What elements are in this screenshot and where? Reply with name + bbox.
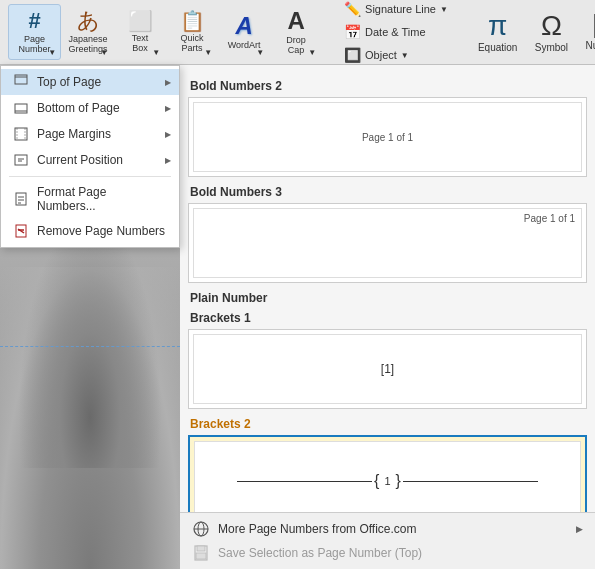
signature-line-arrow: ▼ [440,5,448,14]
page-number-icon: # [28,10,40,32]
brackets-1-text: [1] [381,362,394,376]
format-page-numbers-icon [13,191,29,207]
date-time-button[interactable]: 📅 Date & Time [337,21,455,43]
signature-small-group: ✏️ Signature Line ▼ 📅 Date & Time 🔲 Obje… [337,0,455,66]
current-position-icon [13,152,29,168]
bold-numbers-3-text: Page 1 of 1 [518,209,581,228]
object-icon: 🔲 [344,47,361,63]
quick-parts-icon: 📋 [180,11,205,31]
object-arrow: ▼ [401,51,409,60]
ribbon-toolbar: # Page Number ▼ あ JapaneseGreetings ▼ ⬜ … [0,0,595,65]
drop-cap-button[interactable]: A DropCap ▼ [271,4,321,60]
gallery-panel[interactable]: Bold Numbers 2 Page 1 of 1 Bold Numbers … [180,65,595,569]
more-page-numbers-item[interactable]: More Page Numbers from Office.com ▶ [188,517,587,541]
bottom-of-page-label: Bottom of Page [37,101,120,115]
signature-line-button[interactable]: ✏️ Signature Line ▼ [337,0,455,20]
brackets-2-open: { [374,472,379,490]
japanese-greetings-button[interactable]: あ JapaneseGreetings ▼ [63,4,113,60]
bold-numbers-2-preview: Page 1 of 1 [193,102,582,172]
top-of-page-label: Top of Page [37,75,101,89]
symbols-group: π Equation Ω Symbol # Number [471,4,595,60]
bold-numbers-2-item[interactable]: Page 1 of 1 [188,97,587,177]
japanese-greetings-dropdown-arrow: ▼ [100,48,108,57]
text-box-button[interactable]: ⬜ TextBox ▼ [115,4,165,60]
svg-rect-0 [15,75,27,84]
wordart-dropdown-arrow: ▼ [256,48,264,57]
remove-page-numbers-label: Remove Page Numbers [37,224,165,238]
bottom-bar: More Page Numbers from Office.com ▶ Save… [180,512,595,569]
bold-numbers-2-title: Bold Numbers 2 [188,79,587,93]
quick-parts-label: QuickParts [181,33,204,53]
brackets-2-title: Brackets 2 [188,417,587,431]
current-position-label: Current Position [37,153,123,167]
plain-number-title: Plain Number [188,291,587,305]
bold-numbers-3-title: Bold Numbers 3 [188,185,587,199]
text-box-label: TextBox [132,33,149,53]
number-button[interactable]: # Number [578,4,595,60]
page-margins-label: Page Margins [37,127,111,141]
text-box-dropdown-arrow: ▼ [152,48,160,57]
svg-rect-7 [15,155,27,165]
signature-group: ✏️ Signature Line ▼ 📅 Date & Time 🔲 Obje… [337,0,455,66]
top-of-page-icon [13,74,29,90]
menu-item-remove-page-numbers[interactable]: Remove Page Numbers [1,218,179,244]
brackets-2-right-line [403,481,538,482]
insert-text-group: # Page Number ▼ あ JapaneseGreetings ▼ ⬜ … [8,4,321,60]
quick-parts-button[interactable]: 📋 QuickParts ▼ [167,4,217,60]
brackets-2-preview: { 1 } [194,441,581,521]
quick-parts-dropdown-arrow: ▼ [204,48,212,57]
brackets-1-title: Brackets 1 [188,311,587,325]
symbol-label: Symbol [535,42,568,53]
signature-line-icon: ✏️ [344,1,361,17]
object-label: Object [365,49,397,61]
page-margins-icon [13,126,29,142]
wordart-button[interactable]: A WordArt ▼ [219,4,269,60]
number-label: Number [586,40,595,51]
menu-item-bottom-of-page[interactable]: Bottom of Page [1,95,179,121]
date-time-label: Date & Time [365,26,426,38]
drop-cap-label: DropCap [286,35,306,55]
save-selection-icon [192,544,210,562]
bold-numbers-3-item[interactable]: Page 1 of 1 [188,203,587,283]
brackets-2-close: } [396,472,401,490]
brackets-2-content: { 1 } [195,472,580,490]
brackets-1-item[interactable]: [1] [188,329,587,409]
svg-rect-2 [15,104,27,113]
bold-numbers-2-text: Page 1 of 1 [362,132,413,143]
text-box-icon: ⬜ [128,11,153,31]
drop-cap-icon: A [287,9,304,33]
brackets-1-preview: [1] [193,334,582,404]
menu-item-page-margins[interactable]: Page Margins [1,121,179,147]
object-button[interactable]: 🔲 Object ▼ [337,44,455,66]
menu-item-current-position[interactable]: Current Position [1,147,179,173]
format-page-numbers-label: Format Page Numbers... [37,185,167,213]
equation-button[interactable]: π Equation [471,4,524,60]
save-selection-label: Save Selection as Page Number (Top) [218,546,422,560]
menu-item-format-page-numbers[interactable]: Format Page Numbers... [1,180,179,218]
page-number-dropdown: Top of Page Bottom of Page Page Margins … [0,65,180,248]
menu-item-top-of-page[interactable]: Top of Page [1,69,179,95]
brackets-2-number: 1 [384,475,390,487]
page-number-button[interactable]: # Page Number ▼ [8,4,61,60]
date-time-icon: 📅 [344,24,361,40]
signature-line-label: Signature Line [365,3,436,15]
more-page-numbers-icon [192,520,210,538]
main-content: Top of Page Bottom of Page Page Margins … [0,65,595,569]
equation-label: Equation [478,42,517,53]
menu-separator-1 [9,176,171,177]
bold-numbers-3-preview: Page 1 of 1 [193,208,582,278]
remove-page-numbers-icon [13,223,29,239]
more-page-numbers-arrow: ▶ [576,524,583,534]
svg-rect-21 [197,546,205,551]
symbol-button[interactable]: Ω Symbol [526,4,576,60]
wordart-icon: A [235,14,252,38]
page-number-dropdown-arrow: ▼ [48,48,56,57]
japanese-greetings-icon: あ [77,10,100,32]
svg-rect-22 [196,553,206,559]
brackets-2-left-line [237,481,372,482]
symbol-icon: Ω [541,12,562,40]
more-page-numbers-label: More Page Numbers from Office.com [218,522,417,536]
bottom-of-page-icon [13,100,29,116]
equation-icon: π [488,12,507,40]
drop-cap-dropdown-arrow: ▼ [308,48,316,57]
